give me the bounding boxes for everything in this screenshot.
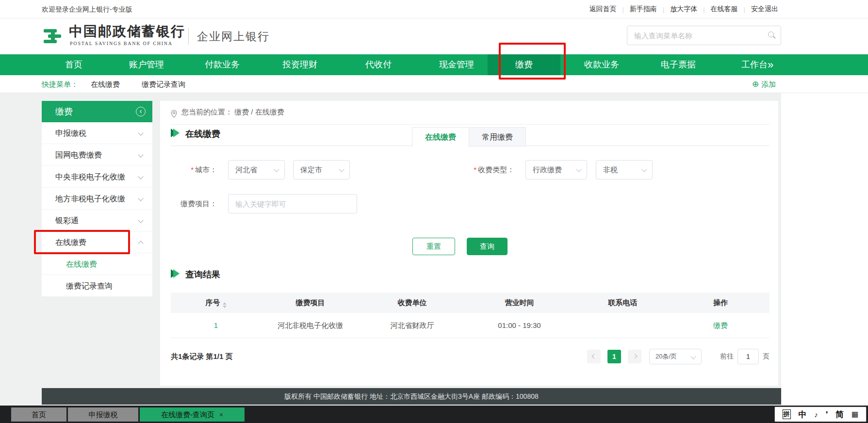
cell-action: 缴费 [671, 313, 770, 338]
fee-type-select[interactable]: 行政缴费 [525, 160, 587, 179]
sidebar-collapse-icon[interactable]: ‹ [136, 107, 146, 116]
ime-punctuation-icon[interactable]: ❜ [826, 410, 828, 419]
tab-online-payment[interactable]: 在线缴费 [412, 127, 469, 146]
nav-item-investment[interactable]: 投资理财 [266, 54, 334, 75]
goto-label: 前往 [720, 352, 734, 361]
link-safe-logout[interactable]: 安全退出 [751, 5, 778, 14]
sidebar-item-online-payment[interactable]: 在线缴费 [42, 231, 152, 253]
main-nav: 首页 账户管理 付款业务 投资理财 代收付 现金管理 缴费 收款业务 电子票据 … [0, 54, 868, 75]
divider [171, 124, 770, 125]
nav-item-receivables[interactable]: 收款业务 [568, 54, 636, 75]
next-page-button[interactable] [628, 350, 641, 363]
search-icon[interactable] [768, 32, 774, 37]
sidebar-subitem-online-payment[interactable]: 在线缴费 [42, 253, 152, 275]
chevron-up-icon [138, 241, 143, 246]
link-return-home[interactable]: 返回首页 [589, 5, 616, 14]
add-label: 添加 [761, 80, 776, 88]
quick-menu-label: 快捷菜单： [42, 75, 78, 93]
fee-subtype-select[interactable]: 非税 [596, 160, 653, 179]
required-mark: * [191, 165, 194, 174]
goto-suffix: 页 [763, 352, 770, 361]
bottom-tab-online-payment-query[interactable]: 在线缴费-查询页× [140, 407, 245, 422]
breadcrumb-label: 您当前的位置： [181, 108, 232, 116]
section-title-results: 查询结果 [185, 269, 220, 280]
project-keyword-input[interactable] [228, 194, 357, 213]
prev-page-button[interactable] [587, 350, 601, 363]
reset-button[interactable]: 重置 [412, 238, 455, 255]
chevron-down-icon [138, 130, 143, 135]
bottom-tab-home[interactable]: 首页 [11, 407, 66, 422]
table-header-row: 序号 缴费项目 收费单位 营业时间 联系电话 操作 [171, 293, 770, 313]
col-header-unit: 收费单位 [360, 293, 465, 313]
chevron-down-icon [138, 152, 143, 157]
sidebar-header: 缴费 ‹ [42, 101, 152, 122]
link-beginner-guide[interactable]: 新手指南 [630, 5, 657, 14]
cell-index: 1 [171, 313, 261, 338]
link-enlarge-font[interactable]: 放大字体 [670, 5, 697, 14]
sidebar-item-grid-electricity[interactable]: 国网电费缴费 [42, 144, 152, 166]
close-icon[interactable]: × [219, 411, 223, 419]
chevron-right-icon [633, 354, 638, 359]
breadcrumb-path: 缴费 / 在线缴费 [234, 108, 284, 116]
cell-hours: 01:00 - 19:30 [465, 313, 574, 338]
bottom-tab-tax-declaration[interactable]: 申报缴税 [68, 407, 138, 422]
ime-keyboard-icon[interactable]: ▦ [852, 410, 858, 419]
pay-link[interactable]: 缴费 [713, 321, 728, 329]
nav-item-cash-management[interactable]: 现金管理 [423, 54, 491, 75]
quick-link-online-payment[interactable]: 在线缴费 [91, 75, 120, 93]
nav-item-accounts[interactable]: 账户管理 [113, 54, 180, 75]
city-select[interactable]: 保定市 [293, 160, 350, 179]
topbar: 欢迎登录企业网上银行-专业版 返回首页| 新手指南| 放大字体| 在线客服| 安… [0, 0, 868, 18]
cell-unit: 河北省财政厅 [360, 313, 465, 338]
col-header-index: 序号 [171, 293, 261, 313]
page-number-current[interactable]: 1 [607, 350, 621, 363]
bank-name: 中国邮政储蓄银行 [69, 22, 185, 41]
sidebar-item-local-nontax[interactable]: 地方非税电子化收缴 [42, 188, 152, 210]
ime-simplified-icon[interactable]: 简 [835, 409, 844, 420]
results-table: 序号 缴费项目 收费单位 营业时间 联系电话 操作 1 河北非税电子化收缴 河北… [171, 293, 770, 338]
cell-project: 河北非税电子化收缴 [261, 313, 360, 338]
sidebar-item-central-nontax[interactable]: 中央非税电子化收缴 [42, 166, 152, 188]
sidebar: 缴费 ‹ 申报缴税 国网电费缴费 中央非税电子化收缴 地方非税电子化收缴 银彩通… [42, 101, 152, 297]
required-mark: * [474, 165, 476, 174]
goto-page-input[interactable] [737, 349, 759, 364]
sidebar-item-tax-declaration[interactable]: 申报缴税 [42, 122, 152, 144]
nav-item-fee-payment[interactable]: 缴费 [488, 54, 560, 75]
nav-more-icon[interactable]: » [768, 54, 773, 75]
bank-name-en: POSTAL SAVINGS BANK OF CHINA [70, 41, 173, 46]
page-size-select[interactable]: 20条/页 [649, 349, 702, 364]
chevron-left-icon [592, 354, 597, 359]
add-quick-menu-button[interactable]: ⊕添加 [752, 75, 776, 93]
breadcrumb: 您当前的位置： 缴费 / 在线缴费 [181, 108, 284, 117]
search-input[interactable] [634, 27, 760, 44]
link-online-service[interactable]: 在线客服 [711, 5, 738, 14]
quick-menu-bar: 快捷菜单： 在线缴费 缴费记录查询 ⊕添加 [0, 75, 868, 93]
portal-title: 企业网上银行 [197, 29, 270, 44]
sidebar-title: 缴费 [55, 101, 73, 122]
bank-logo-icon [42, 25, 65, 50]
section-arrow-icon [171, 129, 180, 137]
divider: | [622, 6, 623, 13]
ime-sound-icon[interactable]: ♪ [814, 410, 818, 419]
nav-item-home[interactable]: 首页 [40, 54, 108, 75]
nav-item-e-bills[interactable]: 电子票据 [644, 54, 712, 75]
chevron-down-icon [138, 195, 143, 201]
sort-icon[interactable] [223, 302, 227, 308]
nav-item-collection-payment[interactable]: 代收付 [344, 54, 412, 75]
tab-frequent-payment[interactable]: 常用缴费 [469, 127, 526, 146]
ime-chinese-mode-icon[interactable]: 中 [799, 409, 807, 420]
section-arrow-icon [171, 269, 180, 278]
welcome-text: 欢迎登录企业网上银行-专业版 [42, 0, 132, 18]
sidebar-subitem-payment-records[interactable]: 缴费记录查询 [42, 275, 152, 297]
cell-phone [574, 313, 671, 338]
nav-item-payments[interactable]: 付款业务 [188, 54, 256, 75]
pagination-controls: 1 20条/页 前往 页 [580, 349, 770, 364]
query-button[interactable]: 查询 [467, 238, 508, 255]
province-select[interactable]: 河北省 [228, 160, 285, 179]
sidebar-item-yincaitong[interactable]: 银彩通 [42, 210, 152, 231]
menu-search-box [627, 26, 781, 45]
ime-pinyin-icon[interactable]: 拼 [783, 409, 791, 419]
divider: | [663, 6, 664, 13]
quick-link-payment-records[interactable]: 缴费记录查询 [142, 75, 185, 93]
col-header-project: 缴费项目 [261, 293, 360, 313]
